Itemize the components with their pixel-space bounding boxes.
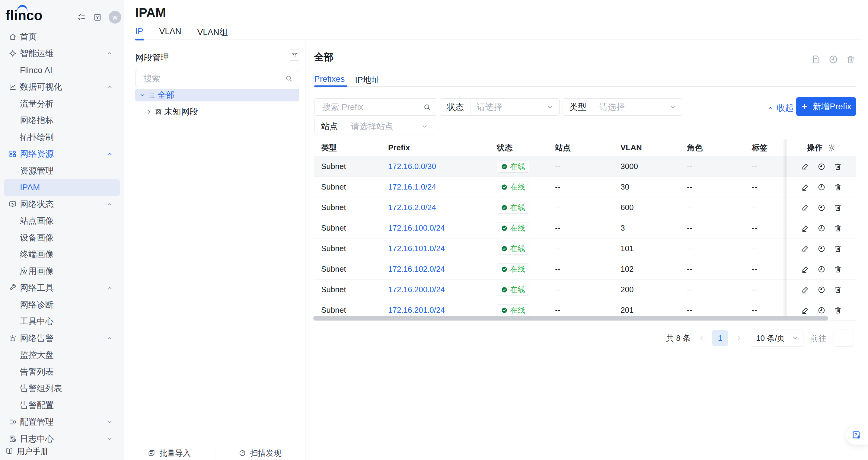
gear-icon[interactable] — [828, 144, 836, 152]
page-tabs-divider — [135, 39, 862, 40]
delete-icon[interactable] — [834, 183, 842, 191]
history-icon[interactable] — [817, 183, 826, 191]
avatar[interactable]: w — [108, 11, 121, 24]
delete-icon[interactable] — [834, 244, 842, 253]
prev-page-icon[interactable] — [698, 334, 705, 342]
sidebar-item-monitoring-dashboard[interactable]: 监控大盘 — [4, 347, 120, 364]
sidebar-item-network-diagnosis[interactable]: 网络诊断 — [4, 297, 120, 313]
type-filter-select[interactable]: 请选择 — [593, 99, 682, 115]
sidebar-item-alert-list[interactable]: 告警列表 — [4, 363, 120, 380]
history-icon[interactable] — [817, 224, 826, 233]
sidebar-item-intelligent-ops[interactable]: 智能运维 — [4, 45, 120, 62]
horizontal-scrollbar[interactable] — [313, 316, 828, 320]
history-icon[interactable] — [828, 54, 838, 65]
collapse-filters-link[interactable]: 收起 — [767, 102, 794, 114]
sidebar-item-topology-drawing[interactable]: 拓扑绘制 — [4, 129, 120, 146]
edit-icon[interactable] — [801, 204, 809, 212]
edit-icon[interactable] — [801, 285, 809, 294]
sidebar-item-device-portrait[interactable]: 设备画像 — [4, 229, 120, 246]
scan-discovery-button[interactable]: 扫描发现 — [215, 446, 305, 460]
document-icon[interactable] — [811, 54, 821, 65]
sidebar-item-flinco-ai[interactable]: Flinco AI — [4, 62, 120, 79]
scan-icon — [239, 449, 246, 457]
chevron-down-icon — [547, 103, 554, 111]
edit-icon[interactable] — [801, 306, 809, 314]
sidebar-item-resource-management[interactable]: 资源管理 — [4, 162, 120, 179]
prefix-link[interactable]: 172.16.101.0/24 — [388, 244, 445, 253]
next-page-icon[interactable] — [735, 334, 742, 342]
tab-vlan-group[interactable]: VLAN组 — [197, 27, 228, 38]
page-size-select[interactable]: 10 条/页 — [750, 330, 803, 346]
history-icon[interactable] — [817, 162, 826, 171]
help-icon[interactable] — [93, 13, 102, 22]
tree-filter-button[interactable] — [289, 50, 300, 61]
table-row: Subnet 172.16.200.0/24 在线 -- 200 -- -- — [314, 279, 856, 300]
tab-prefixes[interactable]: Prefixes — [314, 74, 347, 86]
prefix-link[interactable]: 172.16.100.0/24 — [388, 223, 445, 233]
delete-icon[interactable] — [834, 204, 842, 212]
sidebar-item-network-status[interactable]: 网络状态 — [4, 196, 120, 213]
check-circle-icon — [501, 286, 508, 293]
table-row: Subnet 172.16.0.0/30 在线 -- 3000 -- -- — [314, 156, 856, 177]
chevron-down-icon — [792, 334, 799, 342]
edit-icon[interactable] — [801, 265, 809, 273]
edit-icon[interactable] — [801, 183, 809, 191]
prefix-link[interactable]: 172.16.1.0/24 — [388, 182, 436, 191]
sidebar-item-ipam[interactable]: IPAM — [4, 179, 120, 196]
sidebar-item-network-resources[interactable]: 网络资源 — [4, 146, 120, 163]
status-filter-select[interactable]: 请选择 — [471, 99, 559, 115]
tab-ip[interactable]: IP — [135, 27, 143, 38]
history-icon[interactable] — [817, 285, 826, 294]
sidebar-item-traffic-analysis[interactable]: 流量分析 — [4, 95, 120, 112]
sidebar-item-tool-center[interactable]: 工具中心 — [4, 313, 120, 330]
chevron-right-icon[interactable] — [146, 108, 153, 115]
tab-ip-address[interactable]: IP地址 — [355, 74, 382, 86]
collapse-menu-icon[interactable] — [77, 13, 86, 22]
prefix-link[interactable]: 172.16.102.0/24 — [388, 265, 445, 273]
tree-node-all[interactable]: 全部 — [135, 89, 299, 101]
caret-down-icon[interactable] — [139, 91, 146, 99]
history-icon[interactable] — [817, 265, 826, 273]
sidebar-item-data-visualization[interactable]: 数据可视化 — [4, 79, 120, 96]
sidebar-item-alert-group-list[interactable]: 告警组列表 — [4, 380, 120, 397]
delete-icon[interactable] — [834, 224, 842, 233]
prefix-link[interactable]: 172.16.200.0/24 — [388, 285, 445, 294]
delete-icon[interactable] — [834, 162, 842, 171]
tab-vlan[interactable]: VLAN — [159, 27, 181, 38]
delete-icon[interactable] — [834, 306, 842, 314]
goto-page-input[interactable] — [834, 330, 853, 346]
trash-icon[interactable] — [846, 54, 856, 65]
sidebar-item-alert-config[interactable]: 告警配置 — [4, 397, 120, 414]
tree-search-input[interactable] — [143, 74, 285, 83]
tree-node-unknown-segment[interactable]: 未知网段 — [135, 105, 299, 118]
edit-icon[interactable] — [801, 224, 809, 233]
pagination-total: 共 8 条 — [666, 333, 690, 343]
delete-icon[interactable] — [834, 265, 842, 273]
sidebar-item-network-tools[interactable]: 网络工具 — [4, 280, 120, 297]
add-prefix-button[interactable]: 新增Prefix — [796, 97, 856, 116]
prefix-link[interactable]: 172.16.2.0/24 — [388, 203, 436, 212]
history-icon[interactable] — [817, 204, 826, 212]
prefix-link[interactable]: 172.16.201.0/24 — [388, 305, 445, 314]
sidebar-item-network-alerts[interactable]: 网络告警 — [4, 330, 120, 347]
site-filter-select[interactable]: 请选择站点 — [345, 118, 434, 134]
history-icon[interactable] — [817, 244, 826, 253]
edit-icon[interactable] — [801, 244, 809, 253]
feedback-button[interactable] — [846, 425, 868, 445]
prefix-content: 全部 Prefixes IP地址 状态 请选择 类型 请选择 — [306, 40, 868, 460]
page-number-1[interactable]: 1 — [712, 330, 728, 346]
sidebar-item-app-portrait[interactable]: 应用画像 — [4, 263, 120, 280]
history-icon[interactable] — [817, 306, 826, 314]
edit-icon[interactable] — [801, 162, 809, 171]
sidebar-item-network-metrics[interactable]: 网络指标 — [4, 112, 120, 129]
batch-import-button[interactable]: 批量导入 — [124, 446, 215, 460]
delete-icon[interactable] — [834, 285, 842, 294]
sidebar-item-site-portrait[interactable]: 站点画像 — [4, 213, 120, 230]
status-badge: 在线 — [497, 202, 529, 214]
sidebar-item-user-manual[interactable]: 用户手册 — [5, 444, 48, 458]
prefix-search-input[interactable] — [322, 102, 423, 112]
sidebar-item-home[interactable]: 首页 — [4, 28, 120, 45]
sidebar-item-terminal-portrait[interactable]: 终端画像 — [4, 246, 120, 263]
prefix-link[interactable]: 172.16.0.0/30 — [388, 162, 436, 171]
sidebar-item-config-management[interactable]: 配置管理 — [4, 414, 120, 431]
